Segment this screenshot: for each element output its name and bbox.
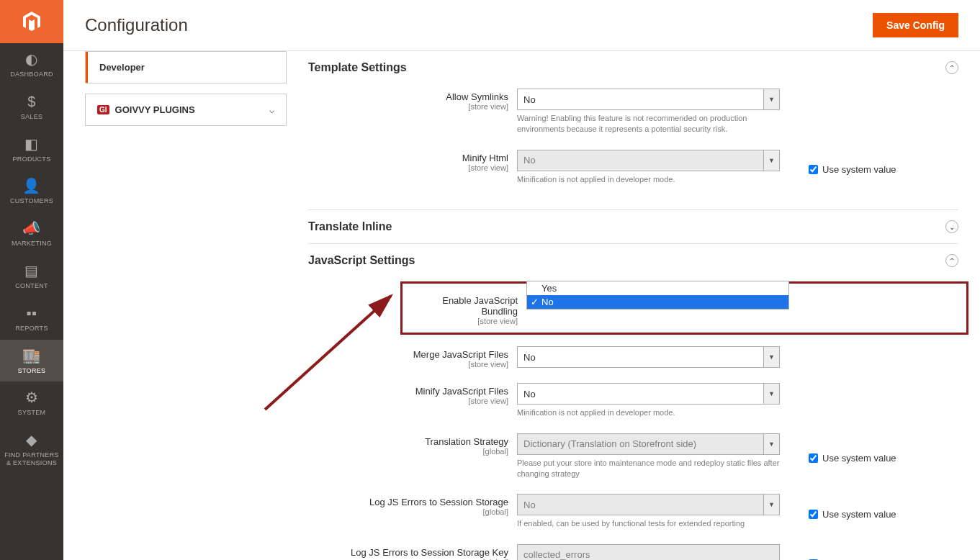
nav-content[interactable]: ▤CONTENT [0,255,63,297]
nav-reports[interactable]: ▪▪REPORTS [0,297,63,340]
system-icon: ⚙ [25,389,38,406]
minify-html-use-system-checkbox[interactable] [809,165,818,174]
nav-partners[interactable]: ◆FIND PARTNERS & EXTENSIONS [0,424,63,474]
allow-symlinks-label: Allow Symlinks [446,91,508,102]
log-js-errors-use-system-checkbox[interactable] [809,510,818,519]
nav-system[interactable]: ⚙SYSTEM [0,381,63,424]
js-bundling-option-yes[interactable]: Yes [527,281,788,295]
products-icon: ◧ [24,135,38,153]
nav-stores[interactable]: 🏬STORES [0,340,63,382]
nav-marketing[interactable]: 📣MARKETING [0,212,63,255]
dropdown-arrow-icon: ▼ [763,347,779,367]
marketing-icon: 📣 [22,220,40,237]
js-bundling-dropdown[interactable]: Yes No [526,281,789,310]
minify-js-select[interactable]: No▼ [517,383,780,405]
main-sidebar: ◐DASHBOARD $SALES ◧PRODUCTS 👤CUSTOMERS 📣… [0,0,63,560]
merge-js-label: Merge JavaScript Files [413,349,508,360]
page-title: Configuration [85,15,188,35]
translation-strategy-use-system-checkbox[interactable] [809,453,818,463]
section-javascript-settings[interactable]: JavaScript Settings ⌃ [308,254,958,267]
dropdown-arrow-icon: ▼ [763,89,779,109]
enable-js-bundling-label: Enable JavaScript Bundling [442,295,518,317]
chevron-down-icon: ⌵ [269,105,274,115]
dropdown-arrow-icon: ▼ [763,434,779,454]
merge-js-select[interactable]: No▼ [517,346,780,368]
nav-products[interactable]: ◧PRODUCTS [0,128,63,171]
dropdown-arrow-icon: ▼ [763,384,779,404]
js-bundling-option-no[interactable]: No [527,295,788,309]
reports-icon: ▪▪ [27,304,37,322]
minify-html-select: No▼ [517,150,780,171]
dropdown-arrow-icon: ▼ [763,150,779,171]
translation-strategy-label: Translation Strategy [425,436,508,447]
dropdown-arrow-icon: ▼ [763,494,779,515]
save-config-button[interactable]: Save Config [873,13,958,37]
translation-strategy-select: Dictionary (Translation on Storefront si… [517,433,780,455]
sidebar-item-developer[interactable]: Developer [86,52,286,83]
customers-icon: 👤 [22,177,40,194]
sidebar-item-goivvy-plugins[interactable]: GIGOIVVY PLUGINS ⌵ [86,94,286,125]
goivvy-logo-icon: GI [97,105,109,114]
magento-logo[interactable] [0,0,63,43]
section-translate-inline[interactable]: Translate Inline ⌄ [308,220,958,233]
expand-icon: ⌄ [945,220,958,233]
allow-symlinks-select[interactable]: No▼ [517,89,780,110]
log-js-errors-select: No▼ [517,494,780,515]
nav-customers[interactable]: 👤CUSTOMERS [0,170,63,212]
section-template-settings[interactable]: Template Settings ⌃ [308,61,958,74]
minify-html-label: Minify Html [462,153,508,163]
collapse-icon: ⌃ [945,254,958,267]
log-js-errors-key-label: Log JS Errors to Session Storage Key [351,547,508,558]
nav-dashboard[interactable]: ◐DASHBOARD [0,43,63,86]
sales-icon: $ [27,93,35,110]
log-js-errors-key-input [517,544,780,560]
highlight-annotation: Enable JavaScript Bundling [store view] … [400,281,968,335]
collapse-icon: ⌃ [945,61,958,74]
content-icon: ▤ [24,262,38,279]
minify-js-label: Minify JavaScript Files [415,386,508,397]
page-header: Configuration Save Config [63,0,980,51]
nav-sales[interactable]: $SALES [0,86,63,128]
log-js-errors-label: Log JS Errors to Session Storage [369,497,508,507]
stores-icon: 🏬 [22,347,40,364]
partners-icon: ◆ [26,431,37,448]
dashboard-icon: ◐ [25,50,37,68]
